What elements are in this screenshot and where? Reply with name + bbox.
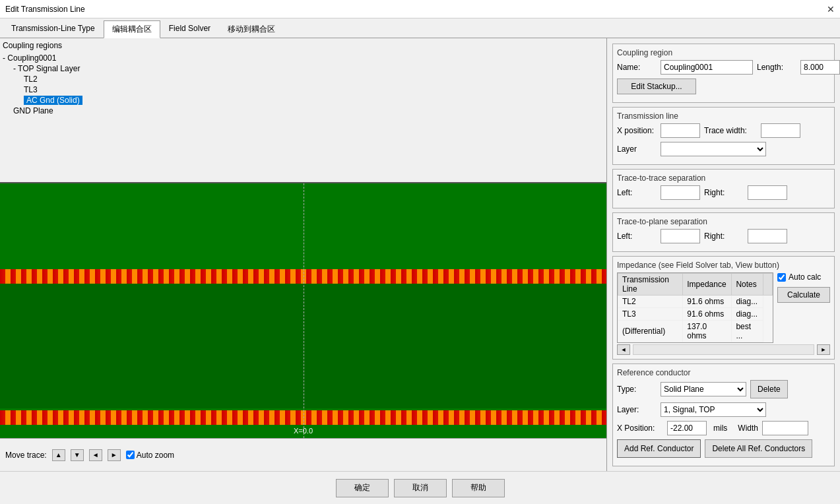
delete-button[interactable]: Delete [750, 380, 788, 398]
table-row: TL2 91.6 ohms diag... [618, 296, 773, 308]
canvas-area: X=0.0 [0, 183, 606, 438]
trace-to-plane-label: Trace-to-plane separation [617, 217, 830, 226]
tree-item-tl2[interactable]: TL2 [3, 74, 604, 84]
move-trace-up-button[interactable]: ▲ [52, 449, 65, 461]
x-position-ref-label: X Position: [617, 424, 663, 433]
dialog-buttons: 确定 取消 帮助 [0, 471, 840, 504]
tree-item-label: TL2 [3, 75, 38, 84]
tab-tl-type[interactable]: Transmission-Line Type [3, 20, 104, 38]
col-header-impedance: Impedance [683, 274, 732, 296]
calculate-button[interactable]: Calculate [777, 287, 830, 303]
layer-ref-label: Layer: [617, 405, 657, 414]
ttt-right-input[interactable] [748, 185, 787, 200]
ttp-left-input[interactable] [661, 229, 700, 243]
move-trace-label: Move trace: [5, 451, 47, 460]
reference-conductor-label: Reference conductor [617, 368, 830, 377]
trace-to-trace-label: Trace-to-trace separation [617, 173, 830, 183]
ttp-right-label: Right: [704, 232, 744, 241]
auto-calc-checkbox[interactable] [777, 273, 786, 282]
x-position-input[interactable] [661, 123, 700, 138]
edit-stackup-button[interactable]: Edit Stackup... [617, 79, 696, 94]
move-trace-left-button[interactable]: ◄ [89, 449, 102, 461]
tab-move-to[interactable]: 移动到耦合区 [219, 20, 284, 38]
add-conductor-button[interactable]: Add Ref. Conductor [617, 439, 701, 458]
impedance-table-wrapper: Transmission Line Impedance Notes TL2 91… [617, 272, 773, 343]
tl-name-cell: (Differential) [618, 321, 683, 342]
ttt-left-input[interactable] [661, 185, 700, 200]
layer-select[interactable] [661, 142, 766, 156]
trace-to-plane-section: Trace-to-plane separation Left: Right: [612, 212, 835, 252]
trace-width-label: Trace width: [704, 126, 757, 135]
notes-cell: best ... [732, 321, 763, 342]
type-select[interactable]: Solid Plane Trace [661, 382, 746, 396]
coupling-regions-label: Coupling regions [3, 41, 604, 50]
ttp-right-input[interactable] [748, 229, 787, 243]
auto-zoom-label[interactable]: Auto zoom [126, 451, 174, 460]
help-button[interactable]: 帮助 [452, 479, 505, 497]
type-row: Type: Solid Plane Trace Delete [617, 380, 830, 398]
tree-item-label: - TOP Signal Layer [3, 64, 80, 73]
coupling-region-section-label: Coupling region [617, 48, 830, 57]
tree-view: - Coupling0001 - TOP Signal Layer TL2 TL… [3, 53, 604, 116]
impedance-cell: 91.6 ohms [683, 308, 732, 321]
selected-indicator: AC Gnd (Solid) [24, 96, 82, 105]
x-position-ref-unit: mils [713, 424, 727, 433]
impedance-controls: Auto calc Calculate [777, 272, 830, 303]
layer-ref-select[interactable]: 1, Signal, TOP [661, 402, 766, 417]
width-ref-input[interactable] [762, 421, 808, 435]
tab-coupling-edit[interactable]: 编辑耦合区 [104, 20, 160, 38]
x-coordinate-indicator: X=0.0 [294, 427, 313, 435]
trace-to-trace-section: Trace-to-trace separation Left: Right: [612, 169, 835, 208]
impedance-table: Transmission Line Impedance Notes TL2 91… [618, 273, 773, 342]
title-bar: Edit Transmission Line ✕ [0, 0, 840, 18]
tree-item-label: GND Plane [3, 106, 53, 115]
tree-item-ac-gnd[interactable]: AC Gnd (Solid) [3, 95, 604, 106]
close-button[interactable]: ✕ [827, 4, 835, 15]
reference-conductor-section: Reference conductor Type: Solid Plane Tr… [612, 363, 835, 466]
scroll-right-button[interactable]: ► [817, 344, 830, 355]
auto-calc-row: Auto calc [777, 272, 830, 282]
window-title: Edit Transmission Line [5, 5, 85, 14]
notes-cell: diag... [732, 308, 763, 321]
tab-field-solver[interactable]: Field Solver [160, 20, 219, 38]
move-trace-down-button[interactable]: ▼ [71, 449, 84, 461]
col-header-tl: Transmission Line [618, 274, 683, 296]
tab-bar: Transmission-Line Type 编辑耦合区 Field Solve… [0, 18, 840, 38]
impedance-content: Transmission Line Impedance Notes TL2 91… [617, 272, 830, 343]
impedance-section: Impedance (see Field Solver tab, View bu… [612, 256, 835, 360]
length-input[interactable] [800, 60, 840, 75]
x-position-label: X position: [617, 126, 657, 135]
transmission-line-label: Transmission line [617, 111, 830, 121]
auto-calc-label[interactable]: Auto calc [789, 272, 821, 282]
tree-item-tl3[interactable]: TL3 [3, 84, 604, 95]
layer-row: Layer [617, 142, 830, 156]
cancel-button[interactable]: 取消 [394, 479, 447, 497]
coupling-regions-panel: Coupling regions - Coupling0001 - TOP Si… [0, 38, 606, 183]
ttp-left-label: Left: [617, 232, 657, 241]
move-trace-right-button[interactable]: ► [108, 449, 121, 461]
delete-all-conductors-button[interactable]: Delete All Ref. Conductors [705, 439, 812, 458]
coupling-name-row: Name: Length: in [617, 60, 830, 75]
trace-width-input[interactable] [761, 123, 800, 138]
tl-name-cell: TL2 [618, 296, 683, 308]
length-label: Length: [757, 63, 796, 72]
tree-item-label: - Coupling0001 [3, 53, 56, 63]
x-position-ref-input[interactable] [667, 421, 707, 435]
tree-item-gnd-plane[interactable]: GND Plane [3, 106, 604, 116]
scroll-left-button[interactable]: ◄ [617, 344, 630, 355]
name-input[interactable] [661, 60, 753, 75]
auto-zoom-checkbox[interactable] [126, 451, 135, 459]
ok-button[interactable]: 确定 [336, 479, 389, 497]
transmission-line-section: Transmission line X position: Trace widt… [612, 107, 835, 165]
tl-name-cell: TL3 [618, 308, 683, 321]
ttt-left-label: Left: [617, 188, 657, 197]
name-label: Name: [617, 63, 657, 72]
tree-item-label: TL3 [3, 85, 38, 94]
impedance-cell: 137.0 ohms [683, 321, 732, 342]
scroll-bar-horizontal[interactable] [633, 344, 814, 355]
tree-item-top-signal[interactable]: - TOP Signal Layer [3, 63, 604, 74]
table-scroll-arrows: ◄ ► [617, 344, 830, 355]
tree-item-label: AC Gnd (Solid) [3, 96, 82, 105]
tree-item-coupling0001[interactable]: - Coupling0001 [3, 53, 604, 63]
layer-ref-row: Layer: 1, Signal, TOP [617, 402, 830, 417]
